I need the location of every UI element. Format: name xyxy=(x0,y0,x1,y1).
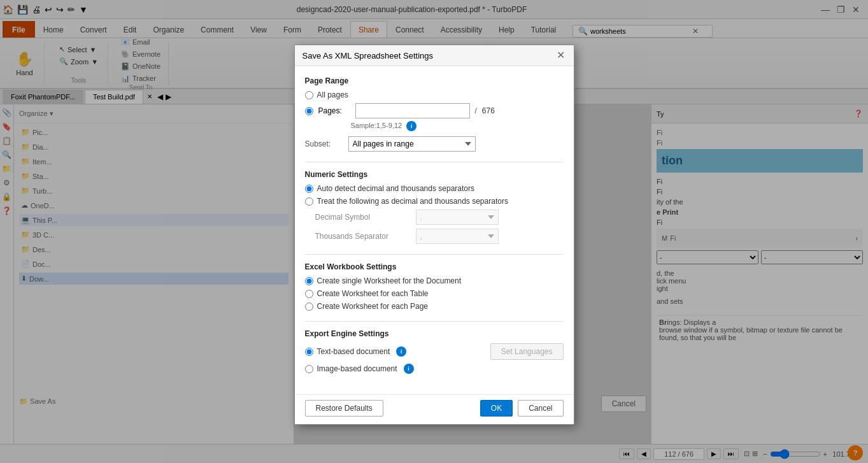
pages-total: 676 xyxy=(482,106,495,115)
pages-divider: / xyxy=(475,106,477,115)
save-as-xml-dialog: Save As XML Spreadsheet Settings ✕ Page … xyxy=(294,45,574,425)
divider-3 xyxy=(305,321,564,322)
decimal-symbol-label: Decimal Symbol xyxy=(315,213,411,222)
export-engine-title: Export Engine Settings xyxy=(305,329,564,338)
set-languages-button[interactable]: Set Languages xyxy=(490,343,564,360)
all-pages-label[interactable]: All pages xyxy=(317,90,348,99)
text-based-radio[interactable] xyxy=(305,348,313,356)
pages-radio[interactable] xyxy=(305,107,313,115)
subset-select[interactable]: All pages in range Odd pages only Even p… xyxy=(348,136,476,152)
single-worksheet-radio[interactable] xyxy=(305,277,313,285)
pages-row: Pages: 112, / 676 xyxy=(305,103,564,118)
ok-button[interactable]: OK xyxy=(480,400,513,417)
cancel-button[interactable]: Cancel xyxy=(518,400,563,417)
dialog-title: Save As XML Spreadsheet Settings xyxy=(302,51,433,61)
single-worksheet-row: Create single Worksheet for the Document xyxy=(305,276,564,285)
image-based-row: Image-based document i xyxy=(305,364,564,374)
sample-info-icon[interactable]: i xyxy=(406,121,416,131)
image-based-label[interactable]: Image-based document xyxy=(317,364,397,373)
excel-workbook-section: Excel Workbook Settings Create single Wo… xyxy=(305,262,564,311)
export-engine-section: Export Engine Settings Text-based docume… xyxy=(305,329,564,374)
decimal-symbol-row: Decimal Symbol . xyxy=(315,210,564,225)
dialog-overlay: Save As XML Spreadsheet Settings ✕ Page … xyxy=(0,0,868,463)
dialog-close-button[interactable]: ✕ xyxy=(555,50,566,61)
treat-following-row: Treat the following as decimal and thous… xyxy=(305,197,564,206)
pages-label[interactable]: Pages: xyxy=(318,106,350,115)
text-based-info-icon[interactable]: i xyxy=(396,346,406,357)
treat-following-label[interactable]: Treat the following as decimal and thous… xyxy=(317,197,508,206)
thousands-separator-label: Thousands Separator xyxy=(315,232,411,241)
divider-2 xyxy=(305,254,564,255)
image-based-radio[interactable] xyxy=(305,365,313,373)
divider-1 xyxy=(305,162,564,162)
per-page-row: Create Worksheet for each Page xyxy=(305,302,564,311)
dialog-footer: Restore Defaults OK Cancel xyxy=(295,394,574,424)
per-table-row: Create Worksheet for each Table xyxy=(305,289,564,298)
numeric-settings-title: Numeric Settings xyxy=(305,170,564,179)
pages-input[interactable]: 112, xyxy=(355,103,470,118)
text-based-label[interactable]: Text-based document xyxy=(317,347,390,356)
auto-detect-radio[interactable] xyxy=(305,185,313,193)
single-worksheet-label[interactable]: Create single Worksheet for the Document xyxy=(317,276,462,285)
auto-detect-label[interactable]: Auto detect decimal and thousands separa… xyxy=(317,184,475,193)
per-table-radio[interactable] xyxy=(305,290,313,298)
sample-text: Sample:1,5-9,12 i xyxy=(351,121,564,131)
numeric-settings-section: Numeric Settings Auto detect decimal and… xyxy=(305,170,564,244)
image-based-info-icon[interactable]: i xyxy=(404,364,414,374)
per-page-radio[interactable] xyxy=(305,303,313,311)
subset-row: Subset: All pages in range Odd pages onl… xyxy=(305,136,564,152)
dialog-action-buttons: OK Cancel xyxy=(480,400,564,417)
page-range-section: Page Range All pages Pages: 112, / 676 S… xyxy=(305,76,564,152)
text-based-row: Text-based document i Set Languages xyxy=(305,343,564,360)
thousands-separator-select[interactable]: , xyxy=(416,229,499,244)
decimal-symbol-select[interactable]: . xyxy=(416,210,499,225)
excel-workbook-title: Excel Workbook Settings xyxy=(305,262,564,271)
thousands-separator-row: Thousands Separator , xyxy=(315,229,564,244)
dialog-body: Page Range All pages Pages: 112, / 676 S… xyxy=(295,66,574,394)
all-pages-radio[interactable] xyxy=(305,91,313,99)
all-pages-row: All pages xyxy=(305,90,564,99)
auto-detect-row: Auto detect decimal and thousands separa… xyxy=(305,184,564,193)
treat-following-radio[interactable] xyxy=(305,197,313,206)
restore-defaults-button[interactable]: Restore Defaults xyxy=(305,400,383,417)
dialog-title-bar: Save As XML Spreadsheet Settings ✕ xyxy=(295,45,574,66)
page-range-title: Page Range xyxy=(305,76,564,85)
per-table-label[interactable]: Create Worksheet for each Table xyxy=(317,289,429,298)
per-page-label[interactable]: Create Worksheet for each Page xyxy=(317,302,429,311)
subset-label: Subset: xyxy=(305,139,341,148)
